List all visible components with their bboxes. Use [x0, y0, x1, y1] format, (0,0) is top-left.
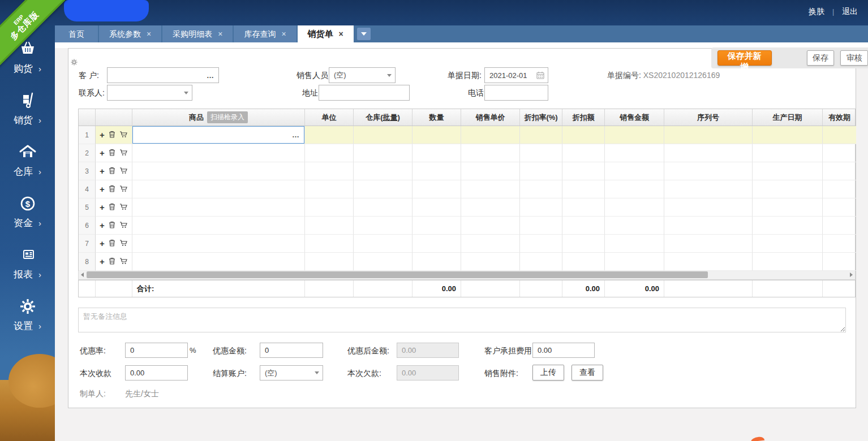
- tab-close-icon[interactable]: ×: [218, 30, 222, 38]
- address-input-field[interactable]: [319, 85, 409, 100]
- cart-icon[interactable]: [119, 149, 128, 158]
- save-button[interactable]: 保存: [807, 50, 835, 66]
- top-header-bar: 换肤 | 退出: [0, 0, 868, 25]
- column-header: 折扣率(%): [520, 109, 562, 126]
- delete-row-icon[interactable]: [109, 167, 115, 176]
- discount-amount-input[interactable]: [260, 343, 323, 358]
- product-lookup-button[interactable]: …: [287, 131, 304, 139]
- cart-icon[interactable]: [119, 167, 128, 176]
- sidebar-item-warehouse[interactable]: 仓库›: [0, 134, 55, 185]
- table-cell: [753, 217, 823, 235]
- customer-input-field[interactable]: [108, 68, 203, 83]
- remark-textarea[interactable]: [78, 308, 846, 332]
- address-input[interactable]: [319, 85, 410, 101]
- table-cell: [520, 217, 562, 235]
- scroll-right-arrow[interactable]: [848, 271, 855, 279]
- cart-icon[interactable]: [119, 239, 128, 248]
- delete-row-icon[interactable]: [109, 221, 115, 230]
- cart-icon[interactable]: [119, 221, 128, 230]
- customer-input[interactable]: …: [107, 67, 219, 83]
- discount-rate-input[interactable]: [125, 343, 188, 358]
- cart-icon[interactable]: [119, 257, 128, 266]
- product-editor[interactable]: …: [132, 126, 304, 144]
- account-select[interactable]: (空): [260, 365, 323, 381]
- add-row-icon[interactable]: +: [100, 167, 105, 175]
- scan-gun-entry-button[interactable]: 扫描枪录入: [207, 111, 248, 123]
- delete-row-icon[interactable]: [109, 185, 115, 194]
- sidebar-item-sales[interactable]: 销货›: [0, 83, 55, 134]
- table-row: 3+: [79, 162, 855, 180]
- totals-label: 合计:: [132, 280, 305, 297]
- sidebar-item-settings[interactable]: 设置›: [0, 288, 55, 340]
- cart-icon[interactable]: [119, 185, 128, 194]
- tab-close-icon[interactable]: ×: [339, 30, 343, 38]
- delete-row-icon[interactable]: [109, 239, 115, 248]
- table-cell: [664, 253, 753, 271]
- table-cell: [354, 126, 412, 144]
- table-row: 2+: [79, 144, 855, 162]
- phone-input[interactable]: [484, 85, 548, 101]
- add-row-icon[interactable]: +: [100, 149, 105, 157]
- cart-icon[interactable]: [119, 203, 128, 212]
- customer-lookup-button[interactable]: …: [203, 71, 218, 80]
- add-row-icon[interactable]: +: [100, 131, 105, 139]
- add-row-icon[interactable]: +: [100, 221, 105, 230]
- delete-row-icon[interactable]: [109, 203, 115, 212]
- sidebar-item-reports[interactable]: 报表›: [0, 237, 55, 288]
- totals-cell: [664, 280, 753, 297]
- tab-inactive[interactable]: 系统参数×: [99, 25, 161, 42]
- table-cell: [562, 253, 605, 271]
- logo-placeholder: [64, 0, 149, 21]
- wheat-field-image: [0, 380, 55, 441]
- contact-label: 联系人:: [79, 85, 105, 101]
- save-and-new-button[interactable]: 保存并新增: [717, 50, 772, 66]
- table-cell: [354, 217, 412, 235]
- contact-select[interactable]: [107, 85, 192, 101]
- sidebar-item-label: 资金: [14, 217, 33, 230]
- audit-button[interactable]: 审核: [840, 50, 868, 66]
- sidebar-item-funds[interactable]: $ 资金›: [0, 185, 55, 237]
- product-input-field[interactable]: [133, 127, 287, 143]
- table-cell: [305, 162, 354, 180]
- cart-icon[interactable]: [119, 131, 128, 140]
- delete-row-icon[interactable]: [109, 149, 115, 158]
- totals-amount: 0.00: [605, 280, 664, 297]
- percent-sign: %: [190, 343, 196, 358]
- delete-row-icon[interactable]: [109, 257, 115, 266]
- tab-bar: 首页系统参数×采购明细表×库存查询×销货单×: [55, 25, 868, 42]
- phone-input-field[interactable]: [485, 85, 548, 100]
- customer-label: 客 户:: [79, 67, 99, 83]
- view-button[interactable]: 查看: [571, 365, 603, 381]
- add-row-icon[interactable]: +: [100, 185, 105, 193]
- horizontal-scrollbar[interactable]: [78, 271, 856, 280]
- add-row-icon[interactable]: +: [100, 257, 105, 266]
- tab-close-icon[interactable]: ×: [281, 30, 286, 38]
- tab-inactive[interactable]: 库存查询×: [234, 25, 296, 42]
- salesperson-label: 销售人员:: [297, 67, 330, 83]
- scrollbar-thumb[interactable]: [87, 271, 708, 278]
- tab-active[interactable]: 销货单×: [298, 25, 354, 42]
- tab-inactive[interactable]: 采购明细表×: [162, 25, 233, 42]
- received-input[interactable]: [125, 365, 188, 381]
- tab-close-icon[interactable]: ×: [147, 30, 151, 38]
- table-row: 7+: [79, 235, 855, 253]
- doc-number: 单据编号: XS202102012126169: [607, 67, 720, 83]
- table-cell: [354, 235, 412, 253]
- salesperson-select[interactable]: (空): [329, 67, 396, 83]
- calendar-icon[interactable]: [536, 71, 544, 79]
- add-row-icon[interactable]: +: [100, 239, 105, 248]
- tab-inactive[interactable]: 首页: [55, 25, 98, 42]
- tab-list-dropdown[interactable]: [357, 28, 371, 40]
- totals-cell: [79, 280, 96, 297]
- scroll-left-arrow[interactable]: [79, 271, 86, 279]
- upload-button[interactable]: 上传: [532, 365, 564, 381]
- logout-link[interactable]: 退出: [842, 7, 858, 17]
- add-row-icon[interactable]: +: [100, 203, 105, 211]
- table-cell: [520, 235, 562, 253]
- tab-label: 销货单: [308, 25, 333, 42]
- delete-row-icon[interactable]: [109, 131, 115, 140]
- panel-gear-icon[interactable]: [71, 58, 78, 68]
- change-skin-link[interactable]: 换肤: [809, 7, 824, 17]
- doc-date-picker[interactable]: 2021-02-01: [484, 67, 548, 83]
- customer-fee-input[interactable]: [532, 343, 595, 358]
